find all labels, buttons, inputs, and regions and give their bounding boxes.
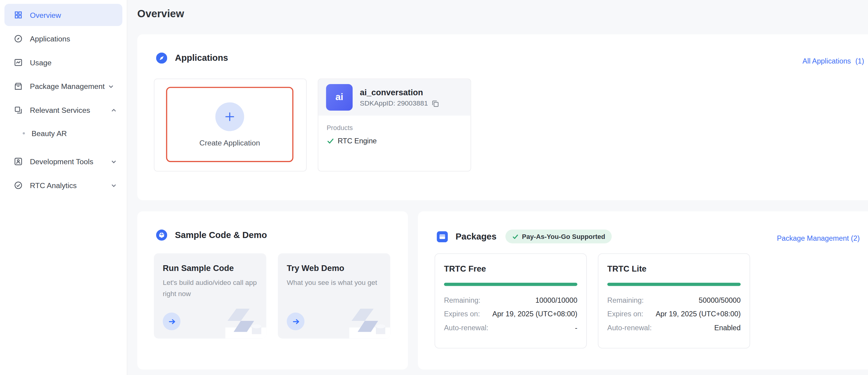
main-content: Overview Applications All Applications(1…	[127, 0, 868, 375]
renewal-label: Auto-renewal:	[608, 323, 652, 332]
console-page: Overview Applications Usage Package Mana…	[0, 0, 868, 375]
sidebar-item-relevant-services[interactable]: Relevant Services	[4, 99, 123, 121]
check-icon	[327, 137, 334, 145]
renewal-value: -	[575, 323, 578, 332]
expires-value: Apr 19, 2025 (UTC+08:00)	[492, 310, 578, 318]
card-title: Applications	[175, 53, 228, 63]
run-sample-code-tile[interactable]: Run Sample Code Let's build audio/video …	[154, 253, 266, 339]
sidebar-item-package-management[interactable]: Package Management	[4, 75, 123, 97]
remaining-label: Remaining:	[608, 296, 644, 304]
package-name: TRTC Free	[444, 264, 578, 273]
products-label: Products	[327, 124, 462, 132]
applications-card: Applications All Applications(1) Create …	[137, 34, 868, 200]
plus-icon	[216, 102, 244, 131]
package-progress-bar	[444, 283, 578, 286]
package-progress-fill	[608, 283, 741, 286]
package-management-link[interactable]: Package Management (2)	[777, 234, 860, 242]
remaining-value: 10000/10000	[535, 296, 578, 304]
all-applications-label: All Applications	[803, 57, 851, 65]
sidebar-item-label: RTC Analytics	[30, 181, 77, 189]
package-name: TRTC Lite	[608, 264, 741, 273]
sidebar-item-label: Relevant Services	[30, 106, 90, 114]
product-row: RTC Engine	[327, 137, 462, 145]
sidebar-item-label: Applications	[30, 34, 70, 43]
usage-chart-icon	[14, 58, 23, 67]
try-web-demo-tile[interactable]: Try Web Demo What you see is what you ge…	[278, 253, 390, 339]
applications-nav-icon	[14, 34, 23, 43]
remaining-value: 50000/50000	[699, 296, 741, 304]
chevron-down-icon	[111, 159, 117, 165]
create-application-label: Create Application	[199, 138, 260, 147]
chevron-down-icon	[111, 182, 117, 189]
remaining-row: Remaining: 50000/50000	[608, 293, 741, 307]
decorative-graphic	[337, 305, 391, 339]
grid-icon	[14, 10, 23, 19]
services-icon	[14, 106, 23, 114]
arrow-button[interactable]	[287, 312, 305, 330]
all-applications-link[interactable]: All Applications(1)	[803, 57, 864, 65]
demo-tile-desc: What you see is what you get	[287, 277, 382, 288]
demo-tile-title: Run Sample Code	[163, 263, 257, 273]
copy-icon[interactable]	[432, 100, 439, 107]
package-tile-trtc-free[interactable]: TRTC Free Remaining: 10000/10000 Expires…	[435, 253, 587, 349]
applications-card-header: Applications	[156, 53, 228, 64]
sidebar-item-label: Package Management	[30, 82, 105, 91]
expires-value: Apr 19, 2025 (UTC+08:00)	[655, 310, 741, 318]
payg-badge: Pay-As-You-Go Supported	[505, 230, 612, 243]
sample-code-demo-card: Sample Code & Demo Run Sample Code Let's…	[137, 211, 408, 370]
create-application-highlight[interactable]: Create Application	[166, 87, 293, 162]
sidebar-item-label: Usage	[30, 58, 52, 67]
sample-card-header: Sample Code & Demo	[156, 230, 267, 241]
sidebar-item-beauty-ar[interactable]: Beauty AR	[4, 123, 123, 144]
expires-label: Expires on:	[444, 310, 480, 318]
sidebar-item-rtc-analytics[interactable]: RTC Analytics	[4, 174, 123, 196]
sidebar-item-overview[interactable]: Overview	[4, 4, 123, 26]
sidebar-item-applications[interactable]: Applications	[4, 28, 123, 49]
sample-code-icon	[156, 230, 167, 241]
app-sdkappid-row: SDKAppID: 29003881	[360, 100, 439, 107]
package-progress-fill	[444, 283, 578, 286]
application-tile-body: Products RTC Engine	[318, 115, 471, 145]
sidebar-item-usage[interactable]: Usage	[4, 52, 123, 73]
create-application-tile[interactable]: Create Application	[154, 79, 307, 171]
sidebar-item-label: Beauty AR	[31, 129, 67, 137]
analytics-icon	[14, 181, 23, 190]
package-icon	[14, 82, 23, 91]
arrow-button[interactable]	[163, 312, 181, 330]
card-title: Packages	[456, 231, 496, 241]
renewal-row: Auto-renewal: -	[444, 321, 578, 335]
remaining-row: Remaining: 10000/10000	[444, 293, 578, 307]
bullet-dot	[23, 132, 25, 134]
app-name: ai_conversation	[360, 88, 439, 97]
page-title: Overview	[137, 8, 184, 20]
app-meta: ai_conversation SDKAppID: 29003881	[360, 88, 439, 107]
sidebar-item-development-tools[interactable]: Development Tools	[4, 150, 123, 173]
packages-icon	[437, 231, 448, 242]
chevron-up-icon	[111, 107, 117, 113]
remaining-label: Remaining:	[444, 296, 480, 304]
package-tile-trtc-lite[interactable]: TRTC Lite Remaining: 50000/50000 Expires…	[598, 253, 750, 349]
check-icon	[512, 233, 519, 240]
renewal-label: Auto-renewal:	[444, 323, 489, 332]
application-tile-header: ai ai_conversation SDKAppID: 29003881	[318, 79, 471, 116]
tools-icon	[14, 157, 23, 166]
demo-tile-title: Try Web Demo	[287, 263, 381, 273]
renewal-value: Enabled	[714, 323, 741, 332]
packages-card-header: Packages Pay-As-You-Go Supported	[437, 230, 612, 243]
packages-card: Packages Pay-As-You-Go Supported Package…	[418, 211, 868, 370]
payg-badge-label: Pay-As-You-Go Supported	[522, 233, 605, 240]
card-title: Sample Code & Demo	[175, 230, 267, 240]
package-progress-bar	[608, 283, 741, 286]
package-details: Remaining: 50000/50000 Expires on: Apr 1…	[608, 293, 741, 335]
renewal-row: Auto-renewal: Enabled	[608, 321, 741, 335]
expires-row: Expires on: Apr 19, 2025 (UTC+08:00)	[444, 307, 578, 321]
app-avatar: ai	[326, 84, 352, 111]
arrow-right-icon	[167, 317, 176, 326]
sidebar-item-label: Overview	[30, 11, 61, 19]
applications-icon	[156, 53, 167, 64]
app-sdkappid: SDKAppID: 29003881	[360, 100, 428, 107]
expires-row: Expires on: Apr 19, 2025 (UTC+08:00)	[608, 307, 741, 321]
application-tile[interactable]: ai ai_conversation SDKAppID: 29003881 Pr…	[318, 79, 471, 171]
all-applications-count: (1)	[855, 57, 864, 65]
arrow-right-icon	[291, 317, 300, 326]
